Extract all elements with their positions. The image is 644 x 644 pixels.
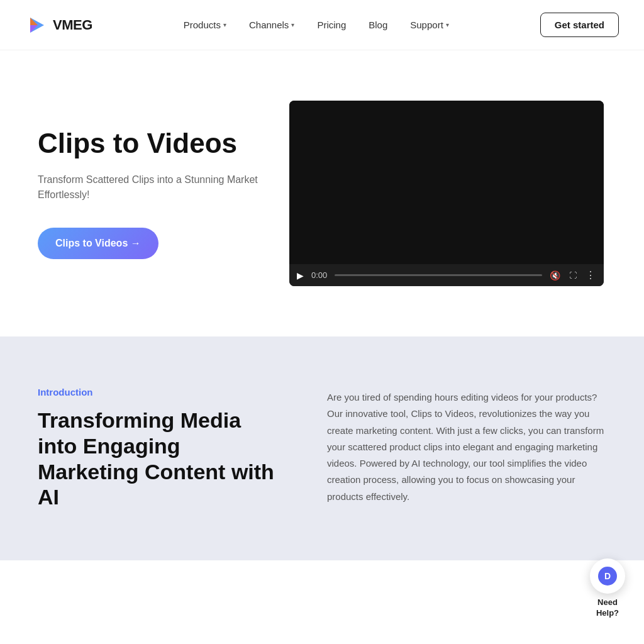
chevron-down-icon: ▾ — [291, 21, 294, 28]
intro-section: Introduction Transforming Media into Eng… — [0, 336, 644, 560]
nav-item-pricing[interactable]: Pricing — [317, 19, 346, 30]
logo[interactable]: VMEG — [25, 14, 92, 36]
nav-links: Products ▾ Channels ▾ Pricing Blog Suppo… — [184, 19, 449, 30]
video-player: ▶ 0:00 🔇 ⛶ ⋮ — [289, 101, 604, 286]
play-icon[interactable]: ▶ — [297, 270, 304, 280]
nav-item-support[interactable]: Support ▾ — [410, 19, 449, 30]
intro-left: Introduction Transforming Media into Eng… — [38, 387, 277, 510]
video-controls: ▶ 0:00 🔇 ⛶ ⋮ — [289, 264, 604, 286]
chevron-down-icon: ▾ — [223, 21, 226, 28]
nav-item-blog[interactable]: Blog — [369, 19, 387, 30]
video-screen — [289, 101, 604, 264]
video-progress-bar[interactable] — [335, 274, 542, 276]
nav-item-products[interactable]: Products ▾ — [184, 19, 226, 30]
help-bubble-button[interactable]: D — [590, 558, 625, 560]
hero-title: Clips to Videos — [38, 128, 264, 160]
video-time: 0:00 — [311, 270, 327, 280]
help-widget[interactable]: D NeedHelp? — [590, 558, 625, 560]
vmeg-logo-icon — [25, 14, 48, 36]
more-icon[interactable]: ⋮ — [586, 269, 596, 281]
video-control-icons: 🔇 ⛶ ⋮ — [550, 269, 596, 281]
hero-subtitle: Transform Scattered Clips into a Stunnin… — [38, 172, 264, 203]
intro-right: Are you tired of spending hours editing … — [327, 387, 606, 505]
intro-heading: Transforming Media into Engaging Marketi… — [38, 408, 277, 510]
intro-label: Introduction — [38, 387, 277, 397]
mute-icon[interactable]: 🔇 — [550, 270, 560, 280]
hero-section: Clips to Videos Transform Scattered Clip… — [0, 50, 644, 336]
intro-body: Are you tired of spending hours editing … — [327, 389, 606, 505]
hero-cta-button[interactable]: Clips to Videos → — [38, 228, 158, 259]
fullscreen-icon[interactable]: ⛶ — [569, 271, 577, 280]
hero-left: Clips to Videos Transform Scattered Clip… — [38, 128, 264, 259]
chevron-down-icon: ▾ — [446, 21, 449, 28]
logo-text: VMEG — [53, 17, 92, 33]
get-started-button[interactable]: Get started — [540, 13, 619, 37]
navbar: VMEG Products ▾ Channels ▾ Pricing Blog — [0, 0, 644, 50]
hero-right: ▶ 0:00 🔇 ⛶ ⋮ — [289, 101, 606, 286]
nav-item-channels[interactable]: Channels ▾ — [249, 19, 294, 30]
